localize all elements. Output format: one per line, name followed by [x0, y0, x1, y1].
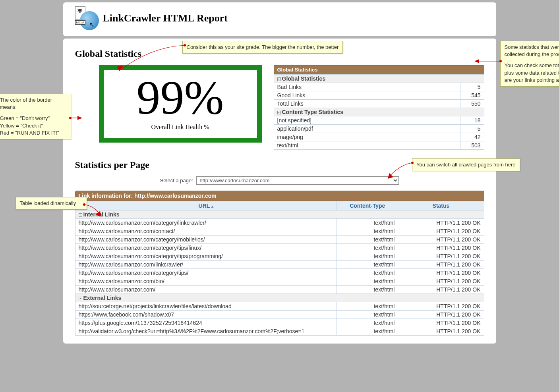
- callout-selector: You can switch all crawled pages from he…: [412, 158, 520, 171]
- header-panel: 🕷 http:// ↖ LinkCrawler HTML Report: [63, 2, 496, 36]
- table-row: image/png42: [274, 133, 484, 141]
- table-row: http://www.carlosumanzor.com/linkcrawler…: [75, 261, 484, 269]
- cell-content-type: text/html: [337, 219, 398, 227]
- callout-stats-line2: You can check some totals here, plus som…: [505, 62, 559, 84]
- page-title: LinkCrawler HTML Report: [103, 12, 228, 24]
- table-row: http://www.carlosumanzor.com/category/ti…: [75, 244, 484, 252]
- page-select-dropdown[interactable]: http://www.carlosumanzor.com: [196, 176, 399, 185]
- cell-status: HTTP/1.1 200 OK: [398, 219, 484, 227]
- callout-dynamic-table: Table loaded dinamically: [15, 197, 87, 210]
- cell-content-type: text/html: [337, 261, 398, 269]
- table-row: http://www.carlosumanzor.com/text/htmlHT…: [75, 286, 484, 294]
- cell-status: HTTP/1.1 200 OK: [398, 327, 484, 336]
- table-row: http://www.carlosumanzor.com/category/ti…: [75, 269, 484, 277]
- spider-icon: 🕷: [77, 8, 83, 14]
- grade-label: Overall Link Health %: [120, 124, 241, 131]
- cell-content-type: text/html: [337, 227, 398, 236]
- cell-status: HTTP/1.1 200 OK: [398, 302, 484, 311]
- table-row: Bad Links5: [274, 83, 484, 91]
- svg-marker-3: [474, 59, 479, 63]
- linktable-title: Link information for: http://www.carlosu…: [75, 191, 484, 201]
- cell-content-type: text/html: [337, 244, 398, 252]
- callout-grade-text: Consider this as your site grade. The bi…: [187, 44, 339, 50]
- cell-status: HTTP/1.1 200 OK: [398, 277, 484, 286]
- table-row: http://www.carlosumanzor.com/category/ti…: [75, 252, 484, 261]
- cell-url: http://www.carlosumanzor.com/category/li…: [75, 219, 337, 227]
- cell-url: http://www.carlosumanzor.com/category/ti…: [75, 244, 337, 252]
- table-row: http://www.carlosumanzor.com/category/mo…: [75, 236, 484, 244]
- group-external-links: External Links: [83, 295, 122, 301]
- cell-status: HTTP/1.1 200 OK: [398, 269, 484, 277]
- cell-content-type: text/html: [337, 319, 398, 327]
- col-header-url[interactable]: URL ▴: [75, 201, 337, 210]
- cell-content-type: text/html: [337, 327, 398, 336]
- stats-table-title: Global Statistics: [274, 65, 484, 74]
- table-row: https://plus.google.com/1137325272594164…: [75, 319, 484, 327]
- table-row: Total Links550: [274, 100, 484, 108]
- cell-url: http://www.carlosumanzor.com/category/ti…: [75, 252, 337, 261]
- collapse-icon[interactable]: -: [277, 111, 281, 114]
- col-header-status[interactable]: Status: [398, 201, 484, 210]
- sort-asc-icon: ▴: [211, 204, 213, 209]
- svg-point-0: [184, 44, 186, 46]
- group-internal-links: Internal Links: [83, 211, 120, 218]
- cell-url: http://www.carlosumanzor.com/linkcrawler…: [75, 261, 337, 269]
- grade-box: 99% Overall Link Health %: [99, 65, 262, 143]
- callout-border-line4: Red = "RUN AND FIX IT!": [0, 129, 67, 137]
- cell-content-type: text/html: [337, 311, 398, 319]
- cell-content-type: text/html: [337, 277, 398, 286]
- cell-status: HTTP/1.1 200 OK: [398, 311, 484, 319]
- cell-url: http://www.carlosumanzor.com/bio/: [75, 277, 337, 286]
- table-row: http://www.carlosumanzor.com/category/li…: [75, 219, 484, 227]
- callout-grade: Consider this as your site grade. The bi…: [182, 41, 343, 54]
- cell-status: HTTP/1.1 200 OK: [398, 286, 484, 294]
- collapse-icon[interactable]: -: [79, 297, 82, 300]
- cell-status: HTTP/1.1 200 OK: [398, 244, 484, 252]
- cell-content-type: text/html: [337, 252, 398, 261]
- table-row: http://validator.w3.org/check?uri=http%3…: [75, 327, 484, 336]
- cell-url: http://sourceforge.net/projects/linkcraw…: [75, 302, 337, 311]
- cell-content-type: text/html: [337, 269, 398, 277]
- cell-content-type: text/html: [337, 236, 398, 244]
- collapse-icon[interactable]: -: [79, 213, 82, 217]
- logo-http-tag: http://: [75, 20, 85, 25]
- callout-border-line2: Green = "Don't worry": [0, 115, 67, 122]
- cell-url: https://www.facebook.com/shadow.x07: [75, 311, 337, 319]
- svg-point-8: [83, 203, 85, 206]
- cell-url: http://www.carlosumanzor.com/contact/: [75, 227, 337, 236]
- callout-selector-text: You can switch all crawled pages from he…: [416, 162, 516, 168]
- cell-url: http://www.carlosumanzor.com/category/mo…: [75, 236, 337, 244]
- cell-status: HTTP/1.1 200 OK: [398, 261, 484, 269]
- callout-border-line1: The color of the border means:: [0, 97, 67, 111]
- table-row: https://www.facebook.com/shadow.x07text/…: [75, 311, 484, 319]
- cell-url: http://www.carlosumanzor.com/: [75, 286, 337, 294]
- table-row: http://www.carlosumanzor.com/contact/tex…: [75, 227, 484, 236]
- page-select-label: Select a page:: [160, 178, 193, 183]
- cursor-icon: ↖: [89, 21, 94, 29]
- cell-content-type: text/html: [337, 286, 398, 294]
- table-row: http://www.carlosumanzor.com/bio/text/ht…: [75, 277, 484, 286]
- table-row: text/html503: [274, 141, 484, 150]
- callout-stats: Some statistics that were collected duri…: [500, 41, 559, 87]
- col-header-content-type[interactable]: Content-Type: [337, 201, 398, 210]
- svg-point-2: [499, 60, 502, 62]
- cell-url: http://www.carlosumanzor.com/category/ti…: [75, 269, 337, 277]
- stats-group-content-type: Content Type Statistics: [282, 109, 344, 115]
- cell-url: http://validator.w3.org/check?uri=http%3…: [75, 327, 337, 336]
- collapse-icon[interactable]: -: [277, 77, 281, 81]
- callout-stats-line1: Some statistics that were collected duri…: [505, 44, 559, 58]
- stats-group-global: Global Statistics: [282, 75, 326, 82]
- cell-status: HTTP/1.1 200 OK: [398, 227, 484, 236]
- table-row: [not specified]18: [274, 116, 484, 125]
- cell-content-type: text/html: [337, 302, 398, 311]
- main-panel: Consider this as your site grade. The bi…: [63, 39, 496, 344]
- cell-url: https://plus.google.com/1137325272594164…: [75, 319, 337, 327]
- table-row: Good Links545: [274, 91, 484, 100]
- grade-value: 99%: [120, 74, 241, 122]
- table-row: application/pdf5: [274, 125, 484, 133]
- app-logo: 🕷 http:// ↖: [75, 6, 99, 30]
- cell-status: HTTP/1.1 200 OK: [398, 319, 484, 327]
- cell-status: HTTP/1.1 200 OK: [398, 252, 484, 261]
- cell-status: HTTP/1.1 200 OK: [398, 236, 484, 244]
- table-row: http://sourceforge.net/projects/linkcraw…: [75, 302, 484, 311]
